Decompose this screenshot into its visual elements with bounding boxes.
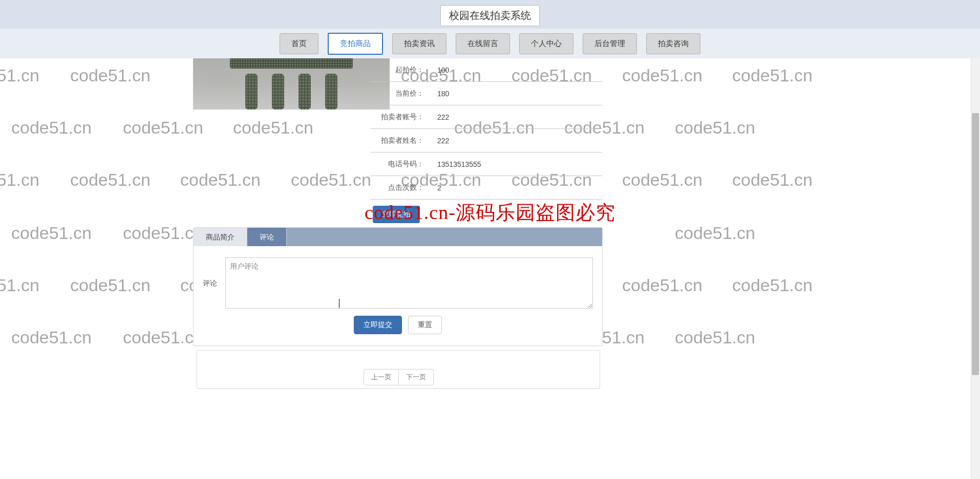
row-seller-account: 拍卖者账号： 222 (371, 105, 602, 129)
reset-comment-button[interactable]: 重置 (408, 316, 442, 334)
label-current-price: 当前价： (371, 89, 427, 98)
app-title: 校园在线拍卖系统 (440, 5, 540, 26)
header-bar: 校园在线拍卖系统 (0, 0, 980, 29)
row-start-price: 起拍价： 100 (371, 58, 602, 82)
value-clicks: 2 (427, 184, 441, 192)
tabs-card: 商品简介 评论 评论 立即提交 重置 (193, 227, 603, 346)
row-bid-action: 立即竞拍 (371, 200, 602, 230)
comment-textarea[interactable] (225, 257, 593, 309)
tab-product-intro[interactable]: 商品简介 (194, 228, 247, 246)
scrollbar-thumb[interactable] (972, 113, 979, 375)
value-start-price: 100 (427, 66, 449, 74)
vertical-scrollbar[interactable] (971, 0, 980, 479)
detail-table: 起拍价： 100 当前价： 180 拍卖者账号： 222 拍卖者姓名： 222 … (371, 58, 602, 230)
product-image (193, 58, 390, 110)
label-seller-name: 拍卖者姓名： (371, 136, 427, 145)
nav-news[interactable]: 拍卖资讯 (392, 33, 446, 54)
nav-profile[interactable]: 个人中心 (519, 33, 573, 54)
main-nav: 首页 竞拍商品 拍卖资讯 在线留言 个人中心 后台管理 拍卖咨询 (0, 29, 980, 58)
comment-form-row: 评论 (203, 257, 593, 309)
nav-home[interactable]: 首页 (280, 33, 318, 54)
row-clicks: 点击次数： 2 (371, 176, 602, 200)
pager-row: 上一页 下一页 (201, 369, 595, 385)
tab-comments[interactable]: 评论 (247, 228, 287, 246)
label-phone: 电话号码： (371, 160, 427, 169)
comment-form-actions: 立即提交 重置 (203, 316, 593, 334)
nav-consult[interactable]: 拍卖咨询 (646, 33, 700, 54)
row-phone: 电话号码： 13513513555 (371, 153, 602, 176)
nav-admin[interactable]: 后台管理 (583, 33, 637, 54)
comment-row-label: 评论 (203, 257, 222, 288)
row-current-price: 当前价： 180 (371, 82, 602, 105)
value-seller-name: 222 (427, 137, 449, 145)
value-seller-account: 222 (427, 113, 449, 121)
row-seller-name: 拍卖者姓名： 222 (371, 129, 602, 153)
label-clicks: 点击次数： (371, 183, 427, 192)
value-phone: 13513513555 (427, 160, 481, 168)
nav-auction-items[interactable]: 竞拍商品 (328, 33, 383, 55)
nav-messages[interactable]: 在线留言 (456, 33, 510, 54)
tabs-header: 商品简介 评论 (194, 228, 602, 246)
next-page-button[interactable]: 下一页 (399, 369, 434, 385)
pager-card: 上一页 下一页 (197, 350, 600, 389)
tabs-body: 评论 立即提交 重置 (194, 246, 602, 345)
label-start-price: 起拍价： (371, 66, 427, 75)
text-cursor-icon (339, 299, 339, 308)
prev-page-button[interactable]: 上一页 (364, 369, 399, 385)
bid-now-button[interactable]: 立即竞拍 (373, 206, 420, 223)
submit-comment-button[interactable]: 立即提交 (354, 316, 402, 334)
label-seller-account: 拍卖者账号： (371, 113, 427, 122)
value-current-price: 180 (427, 90, 449, 98)
